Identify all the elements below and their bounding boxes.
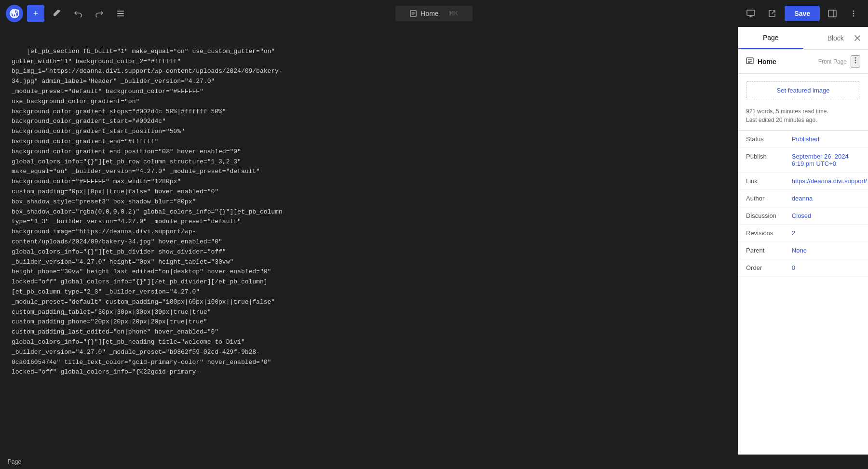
save-button[interactable]: Save (785, 6, 820, 21)
svg-point-12 (855, 60, 856, 61)
discussion-label: Discussion (738, 207, 784, 225)
svg-rect-5 (747, 10, 755, 15)
svg-point-11 (855, 57, 856, 59)
svg-point-9 (853, 15, 854, 17)
author-label: Author (738, 190, 784, 207)
page-name: Home (758, 58, 814, 66)
discussion-value[interactable]: Closed (792, 212, 811, 219)
publish-value[interactable]: September 26, 20246:19 pm UTC+0 (792, 153, 849, 167)
list-view-button[interactable] (112, 5, 129, 22)
link-value[interactable]: https://deanna.divi.support/ (792, 177, 867, 185)
status-value[interactable]: Published (792, 135, 819, 143)
author-value[interactable]: deanna (792, 195, 813, 202)
wp-logo (6, 5, 23, 22)
toolbar-right: Save (742, 5, 862, 22)
status-label: Status (738, 131, 784, 148)
page-properties-table: Status Published Publish September 26, 2… (738, 131, 868, 277)
link-row: Link https://deanna.divi.support/ (738, 173, 868, 190)
redo-button[interactable] (91, 5, 108, 22)
tab-page[interactable]: Page (738, 27, 803, 49)
undo-button[interactable] (69, 5, 87, 22)
toolbar-center: Home ⌘K (395, 6, 473, 21)
revisions-row: Revisions 2 (738, 225, 868, 242)
main-area: [et_pb_section fb_built="1" make_equal="… (0, 27, 868, 455)
publish-row: Publish September 26, 20246:19 pm UTC+0 (738, 148, 868, 173)
words-count: 921 words, 5 minutes read time. (746, 107, 860, 116)
parent-label: Parent (738, 242, 784, 259)
code-content: [et_pb_section fb_built="1" make_equal="… (12, 48, 283, 376)
sidebar-close-button[interactable] (851, 31, 864, 45)
svg-point-7 (853, 11, 854, 12)
status-row: Status Published (738, 131, 868, 148)
order-value[interactable]: 0 (792, 264, 795, 271)
svg-rect-1 (117, 11, 124, 12)
page-title: Home (420, 10, 438, 17)
toolbar: + Home ⌘K (0, 0, 868, 27)
bottom-bar: Page (0, 455, 868, 469)
home-section-row: Home Front Page (738, 50, 868, 74)
external-link-button[interactable] (763, 5, 781, 22)
link-label: Link (738, 173, 784, 190)
revisions-value[interactable]: 2 (792, 229, 795, 237)
page-selector-button[interactable]: Home ⌘K (395, 6, 473, 21)
parent-value[interactable]: None (792, 247, 807, 254)
meta-info-section: 921 words, 5 minutes read time. Last edi… (738, 107, 868, 131)
add-block-button[interactable]: + (27, 5, 44, 22)
svg-rect-6 (828, 10, 836, 17)
more-options-button[interactable] (845, 5, 862, 22)
svg-rect-2 (117, 13, 124, 14)
last-edited: Last edited 20 minutes ago. (746, 116, 860, 124)
sidebar-content: Home Front Page Set featured image 921 w… (738, 50, 868, 455)
bottom-bar-label: Page (8, 458, 21, 465)
page-options-button[interactable] (851, 55, 860, 67)
svg-point-8 (853, 13, 854, 14)
edit-button[interactable] (48, 5, 66, 22)
revisions-label: Revisions (738, 225, 784, 242)
set-featured-image-button[interactable]: Set featured image (746, 81, 860, 99)
code-editor[interactable]: [et_pb_section fb_built="1" make_equal="… (0, 27, 738, 455)
order-label: Order (738, 259, 784, 277)
home-page-icon (746, 57, 754, 67)
monitor-view-button[interactable] (742, 5, 760, 22)
page-type-label: Front Page (818, 58, 847, 65)
parent-row: Parent None (738, 242, 868, 259)
order-row: Order 0 (738, 259, 868, 277)
svg-point-13 (855, 62, 856, 64)
svg-rect-3 (117, 15, 124, 16)
author-row: Author deanna (738, 190, 868, 207)
publish-label: Publish (738, 148, 784, 173)
right-sidebar: Page Block Home Front Page (738, 27, 868, 455)
discussion-row: Discussion Closed (738, 207, 868, 225)
sidebar-tabs: Page Block (738, 27, 868, 50)
keyboard-shortcut: ⌘K (448, 10, 458, 17)
sidebar-toggle-button[interactable] (824, 5, 841, 22)
